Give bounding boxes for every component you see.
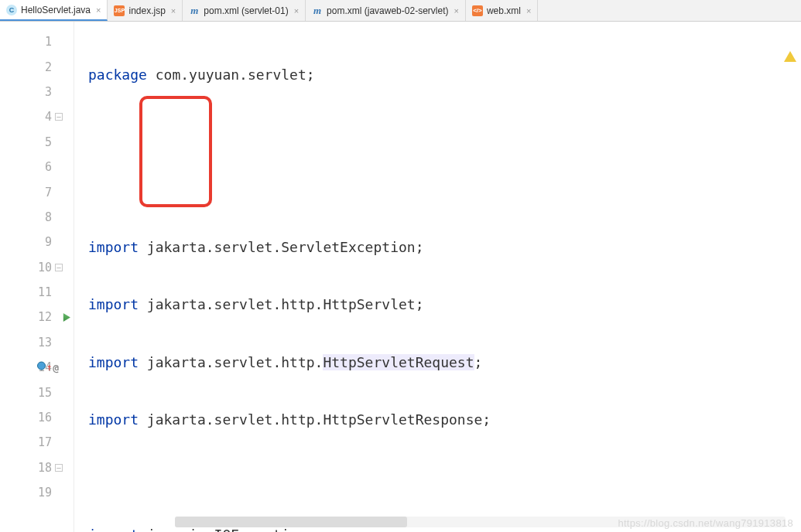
- tab-label: HelloServlet.java: [21, 5, 91, 15]
- line-number: 17: [0, 430, 74, 455]
- code-line: import jakarta.servlet.ServletException;: [88, 234, 801, 259]
- watermark-text: https://blog.csdn.net/wang791913818: [618, 517, 793, 529]
- code-line: package com.yuyuan.servlet;: [88, 62, 801, 87]
- line-number: 8: [0, 205, 74, 230]
- close-icon[interactable]: ×: [454, 6, 458, 15]
- run-gutter-icon[interactable]: [61, 312, 72, 322]
- code-line: import jakarta.servlet.http.HttpServletR…: [88, 407, 801, 431]
- warning-icon[interactable]: [784, 51, 796, 62]
- line-number: 2: [0, 54, 74, 79]
- line-number: 10 –: [0, 255, 74, 280]
- at-icon: @: [53, 362, 59, 373]
- tab-web-xml[interactable]: </> web.xml ×: [466, 0, 538, 21]
- fold-toggle-icon[interactable]: –: [55, 464, 63, 472]
- line-number: 12: [0, 305, 74, 329]
- line-number: 13: [0, 330, 74, 355]
- gutter: 1 2 3 4 – 5 6 7 8 9 10 – 11 12 13 14 ↑ @…: [0, 22, 74, 532]
- xml-file-icon: </>: [472, 5, 483, 16]
- close-icon[interactable]: ×: [526, 6, 531, 15]
- close-icon[interactable]: ×: [294, 6, 299, 15]
- java-file-icon: C: [6, 5, 17, 15]
- line-number: [0, 505, 74, 530]
- code-editor[interactable]: package com.yuyuan.servlet; import jakar…: [74, 22, 801, 532]
- up-arrow-icon: ↑: [46, 362, 52, 373]
- tab-label: index.jsp: [128, 5, 165, 16]
- close-icon[interactable]: ×: [171, 6, 176, 15]
- line-number: 19: [0, 480, 74, 505]
- code-line: import jakarta.servlet.http.HttpServlet;: [88, 292, 801, 317]
- code-line: [88, 119, 801, 144]
- code-line: [88, 177, 801, 202]
- fold-toggle-icon[interactable]: –: [55, 113, 63, 121]
- tab-pom-javaweb02[interactable]: m pom.xml (javaweb-02-servlet) ×: [306, 0, 466, 21]
- tab-pom-servlet01[interactable]: m pom.xml (servlet-01) ×: [183, 0, 306, 21]
- maven-file-icon: m: [312, 5, 323, 16]
- override-gutter-icon[interactable]: [37, 362, 46, 370]
- editor-tabs: C HelloServlet.java × JSP index.jsp × m …: [0, 0, 801, 22]
- tab-label: pom.xml (servlet-01): [204, 5, 288, 16]
- line-number: 4 –: [0, 104, 74, 129]
- line-number: 3: [0, 80, 74, 104]
- maven-file-icon: m: [189, 5, 200, 16]
- code-line: import jakarta.servlet.http.HttpServletR…: [88, 350, 801, 374]
- line-number: 7: [0, 179, 74, 204]
- line-number: 9: [0, 230, 74, 254]
- fold-toggle-icon[interactable]: –: [55, 264, 63, 271]
- tab-helloservlet[interactable]: C HelloServlet.java ×: [0, 0, 108, 21]
- line-number: 6: [0, 155, 74, 179]
- jsp-file-icon: JSP: [114, 5, 125, 16]
- tab-label: pom.xml (javaweb-02-servlet): [327, 5, 448, 16]
- line-number: 5: [0, 130, 74, 155]
- line-number: 14 ↑ @: [0, 355, 74, 380]
- line-number: 15: [0, 380, 74, 404]
- line-number: 18 –: [0, 455, 74, 480]
- tab-index-jsp[interactable]: JSP index.jsp ×: [108, 0, 183, 21]
- scrollbar-thumb[interactable]: [175, 517, 407, 527]
- line-number: 16: [0, 405, 74, 430]
- code-line: [88, 465, 801, 489]
- line-number: 1: [0, 29, 74, 54]
- line-number: 11: [0, 280, 74, 305]
- close-icon[interactable]: ×: [96, 5, 101, 15]
- editor-area: 1 2 3 4 – 5 6 7 8 9 10 – 11 12 13 14 ↑ @…: [0, 22, 801, 532]
- tab-label: web.xml: [487, 5, 521, 16]
